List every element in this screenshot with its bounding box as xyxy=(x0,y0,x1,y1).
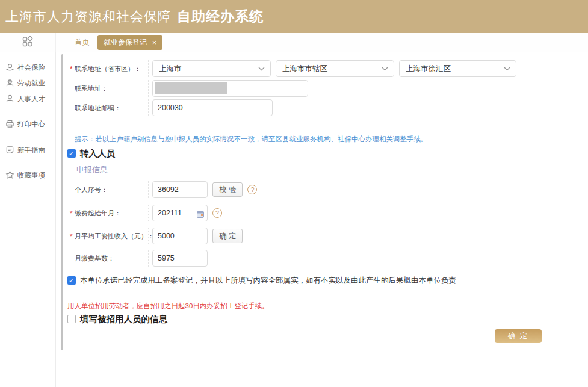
transfer-in-checkbox[interactable] xyxy=(67,149,76,158)
sidebar-item-labor-employment[interactable]: 劳动就业 xyxy=(0,75,55,91)
avg-salary-label: *月平均工资性收入（元）： xyxy=(70,232,148,241)
calendar-icon[interactable] xyxy=(197,209,204,220)
tab-employment-registration[interactable]: 就业参保登记 × xyxy=(97,35,162,50)
address-region-inputs: 上海市 上海市市辖区 上海市徐汇区 xyxy=(148,60,516,77)
social-insurance-icon xyxy=(5,63,14,73)
vertical-scrollbar[interactable] xyxy=(61,54,63,350)
submit-area: 确 定 xyxy=(56,329,588,343)
monthly-base-label: 月缴费基数： xyxy=(70,254,148,263)
grid-icon xyxy=(22,36,34,50)
sidebar-item-social-insurance[interactable]: 社会保险 xyxy=(0,60,55,75)
tab-label: 就业参保登记 xyxy=(104,37,147,48)
registration-hint-text: 提示：若以上户籍户别信息与您申报人员的实际情况不一致，请至区县就业服务机构、社保… xyxy=(75,135,588,144)
sidebar-item-personnel-talent[interactable]: 人事人才 xyxy=(0,91,55,107)
app-title: 上海市人力资源和社会保障 xyxy=(5,8,172,26)
start-month-inputs xyxy=(148,205,222,221)
postcode-input[interactable] xyxy=(152,99,273,116)
required-asterisk: * xyxy=(70,209,73,218)
city-value: 上海市市辖区 xyxy=(282,64,327,74)
commitment-checkbox[interactable] xyxy=(67,276,76,285)
chevron-down-icon xyxy=(258,64,265,73)
sidebar: 社会保险 劳动就业 人事人才 xyxy=(0,52,56,387)
form-row-address-region: *联系地址（省市区）： 上海市 上海市市辖区 xyxy=(70,60,588,77)
sidebar-item-label: 打印中心 xyxy=(17,120,45,129)
fill-hired-row: 填写被招用人员的信息 xyxy=(67,313,588,325)
monthly-base-input[interactable] xyxy=(152,250,208,267)
postcode-label: 联系地址邮编： xyxy=(70,104,148,113)
monthly-base-inputs xyxy=(148,250,208,267)
apps-menu-button[interactable] xyxy=(0,33,56,52)
sidebar-item-label: 劳动就业 xyxy=(17,79,45,88)
app-window: 上海市人力资源和社会保障 自助经办系统 首页 就业参保登记 × xyxy=(0,0,588,387)
personnel-talent-icon xyxy=(5,94,14,104)
required-asterisk: * xyxy=(70,232,73,241)
print-center-icon xyxy=(5,119,14,129)
sidebar-item-print-center[interactable]: 打印中心 xyxy=(0,116,55,132)
fill-hired-label[interactable]: 填写被招用人员的信息 xyxy=(80,314,167,325)
help-icon[interactable] xyxy=(247,185,257,194)
favorites-icon xyxy=(5,170,14,181)
address-inputs xyxy=(148,80,308,97)
commitment-row: 本单位承诺已经完成用工备案登记，并且以上所填写内容全部属实，如有不实以及由此产生… xyxy=(67,275,588,286)
redacted-address-block xyxy=(155,82,227,94)
address-region-label: *联系地址（省市区）： xyxy=(70,64,148,73)
labor-employment-icon xyxy=(5,78,14,88)
help-icon[interactable] xyxy=(212,208,222,218)
commitment-text: 本单位承诺已经完成用工备案登记，并且以上所填写内容全部属实，如有不实以及由此产生… xyxy=(80,276,456,286)
start-month-date-field xyxy=(152,205,208,221)
chevron-down-icon xyxy=(382,64,388,73)
start-month-label: *缴费起始年月： xyxy=(70,209,148,218)
close-icon[interactable]: × xyxy=(152,39,156,46)
fill-hired-checkbox[interactable] xyxy=(67,315,76,323)
form-row-postcode: 联系地址邮编： xyxy=(70,99,588,116)
confirm-salary-button[interactable]: 确 定 xyxy=(212,229,243,243)
form-row-start-month: *缴费起始年月： xyxy=(70,205,588,221)
sidebar-item-label: 社会保险 xyxy=(17,63,45,72)
required-asterisk: * xyxy=(70,65,73,73)
province-value: 上海市 xyxy=(159,64,182,74)
address-label: 联系地址： xyxy=(70,84,148,93)
form-panel: *联系地址（省市区）： 上海市 上海市市辖区 xyxy=(56,52,588,387)
sidebar-item-label: 新手指南 xyxy=(17,146,45,155)
sidebar-item-label: 收藏事项 xyxy=(17,171,45,180)
beginner-guide-icon xyxy=(5,146,14,156)
personal-no-input[interactable] xyxy=(152,181,208,198)
form-row-monthly-base: 月缴费基数： xyxy=(70,250,588,267)
app-title-system: 自助经办系统 xyxy=(177,7,264,26)
main-area: 社会保险 劳动就业 人事人才 xyxy=(0,52,588,387)
district-select[interactable]: 上海市徐汇区 xyxy=(399,60,516,77)
tab-home[interactable]: 首页 xyxy=(75,37,90,48)
avg-salary-inputs: 确 定 xyxy=(148,228,243,244)
sidebar-item-label: 人事人才 xyxy=(17,94,45,104)
form-row-personal-no: 个人序号： 校 验 xyxy=(70,181,588,198)
personal-no-label: 个人序号： xyxy=(70,185,148,194)
sidebar-item-beginner-guide[interactable]: 新手指南 xyxy=(0,143,55,158)
personal-no-inputs: 校 验 xyxy=(148,181,257,198)
app-header: 上海市人力资源和社会保障 自助经办系统 xyxy=(0,0,588,33)
form-row-address: 联系地址： xyxy=(70,80,588,97)
city-select[interactable]: 上海市市辖区 xyxy=(276,60,394,77)
tab-bar: 首页 就业参保登记 × xyxy=(56,33,588,52)
district-value: 上海市徐汇区 xyxy=(406,64,451,74)
submit-button[interactable]: 确 定 xyxy=(495,329,542,343)
avg-salary-input[interactable] xyxy=(152,228,208,244)
province-select[interactable]: 上海市 xyxy=(152,60,271,77)
form-row-avg-salary: *月平均工资性收入（元）： 确 定 xyxy=(70,228,588,244)
postcode-inputs xyxy=(148,99,273,116)
transfer-in-row: 转入人员 xyxy=(67,147,588,159)
address-input[interactable] xyxy=(152,80,308,97)
sidebar-item-favorites[interactable]: 收藏事项 xyxy=(0,167,55,183)
declare-info-section-title: 申报信息 xyxy=(76,164,588,174)
verify-button[interactable]: 校 验 xyxy=(212,182,243,197)
transfer-in-label[interactable]: 转入人员 xyxy=(80,148,115,159)
top-strip: 首页 就业参保登记 × xyxy=(0,33,588,52)
employer-warning-text: 用人单位招用劳动者，应自招用之日起30日内办妥招工登记手续。 xyxy=(67,302,588,310)
chevron-down-icon xyxy=(504,64,510,73)
